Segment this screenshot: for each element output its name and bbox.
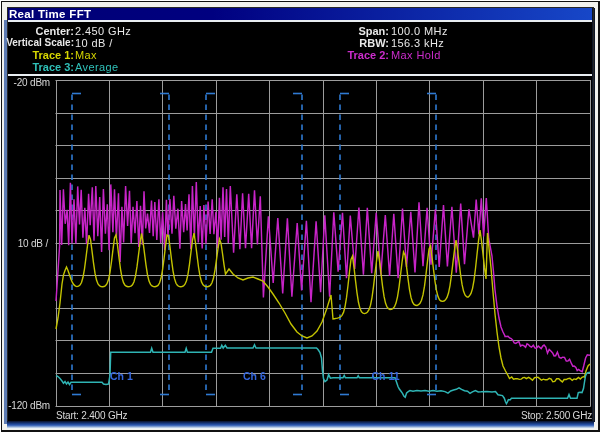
svg-text:Ch 6: Ch 6 — [243, 370, 266, 382]
svg-text:Ch 1: Ch 1 — [110, 370, 133, 382]
svg-text:Ch 11: Ch 11 — [372, 370, 400, 382]
